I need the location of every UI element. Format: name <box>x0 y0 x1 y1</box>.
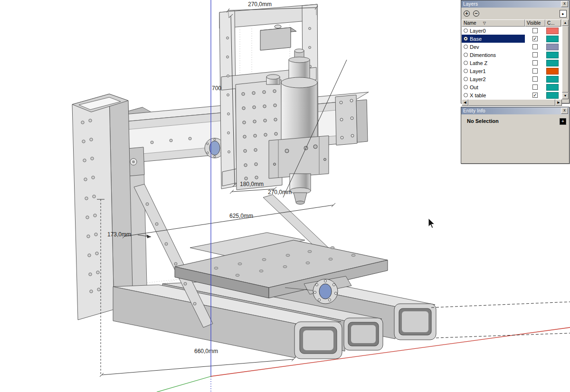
layer-color-swatch[interactable] <box>546 92 559 99</box>
layer-color-swatch[interactable] <box>546 84 559 91</box>
layer-name: Lathe Z <box>470 60 487 66</box>
dim-label-spindle-width: 180,0mm <box>240 181 264 187</box>
layers-list: Layer0 Base ✓ Dev Dimentions <box>462 27 562 99</box>
layer-radio[interactable] <box>464 45 468 49</box>
layer-radio[interactable] <box>464 77 468 81</box>
layer-color-swatch[interactable] <box>546 36 559 42</box>
entity-info-title: Entity Info <box>463 108 561 113</box>
layers-close-button[interactable]: x <box>561 1 568 7</box>
dim-label-tower-height: 700 <box>212 85 221 92</box>
layers-panel: Layers x + − ▸ Name ▽ Visible C... Layer… <box>461 0 570 103</box>
scroll-right-icon[interactable]: ▶ <box>555 99 562 106</box>
remove-layer-button[interactable]: − <box>473 10 479 17</box>
layer-radio[interactable] <box>464 69 468 73</box>
details-toggle-button[interactable]: + <box>560 118 566 125</box>
vertical-scroll-thumb[interactable] <box>562 26 569 93</box>
layers-titlebar[interactable]: Layers x <box>461 0 569 8</box>
visible-checkbox[interactable] <box>532 44 538 49</box>
layer-row-layer0[interactable]: Layer0 <box>462 27 562 35</box>
layer-row-layer2[interactable]: Layer2 <box>462 75 562 83</box>
layer-color-swatch[interactable] <box>546 76 559 83</box>
horizontal-scrollbar[interactable]: ◀ ▶ <box>462 99 562 106</box>
layer-name: Dev <box>470 44 479 50</box>
layer-name: X table <box>470 92 486 98</box>
layer-color-swatch[interactable] <box>546 60 559 66</box>
layer-row-dev[interactable]: Dev <box>462 43 562 51</box>
layer-name: Layer0 <box>470 28 486 34</box>
visible-checkbox[interactable] <box>532 52 538 57</box>
dim-label-table-travel: 625,0mm <box>229 213 253 219</box>
scroll-up-icon[interactable]: ▲ <box>562 19 569 26</box>
dimension-arrowhead <box>146 234 151 238</box>
layer-color-swatch[interactable] <box>546 68 559 75</box>
layer-radio[interactable] <box>464 37 468 41</box>
dim-label-z-travel: 270,0mm <box>268 189 292 196</box>
layers-header: Name ▽ Visible C... <box>462 19 562 27</box>
layer-name: Layer1 <box>470 68 486 74</box>
sort-indicator-icon: ▽ <box>483 21 486 25</box>
layer-color-swatch[interactable] <box>546 28 559 34</box>
column-header-color[interactable]: C... <box>545 19 561 27</box>
guide-line-2 <box>436 333 570 338</box>
layer-row-lathe-z[interactable]: Lathe Z <box>462 59 562 67</box>
dim-label-column-offset: 173,0mm <box>107 231 131 238</box>
column-header-visible[interactable]: Visible <box>525 19 545 27</box>
scroll-left-icon[interactable]: ◀ <box>462 99 468 106</box>
scroll-down-icon[interactable]: ▼ <box>562 93 569 99</box>
layers-panel-title: Layers <box>463 1 561 7</box>
visible-checkbox[interactable]: ✓ <box>532 93 538 98</box>
entity-info-panel: Entity Info x No Selection + <box>461 107 570 164</box>
layer-radio[interactable] <box>464 93 468 97</box>
visible-checkbox[interactable] <box>532 60 538 65</box>
layer-name: Out <box>470 84 478 90</box>
visible-checkbox[interactable] <box>532 84 538 90</box>
layer-color-swatch[interactable] <box>546 44 559 50</box>
layer-row-dimentions[interactable]: Dimentions <box>462 51 562 59</box>
dim-label-top-width: 270,0mm <box>248 1 272 8</box>
column-header-name[interactable]: Name ▽ <box>462 19 525 27</box>
layer-color-swatch[interactable] <box>546 52 559 58</box>
visible-checkbox[interactable]: ✓ <box>532 36 538 41</box>
layer-radio[interactable] <box>464 85 468 89</box>
sketchup-viewport: 270,0mm 700 180,0mm 270,0mm 625,0mm 173,… <box>0 0 570 392</box>
layer-row-base[interactable]: Base ✓ <box>462 35 562 43</box>
layer-row-layer1[interactable]: Layer1 <box>462 67 562 75</box>
layers-toolbar: + − ▸ <box>461 8 569 19</box>
mouse-cursor <box>428 218 435 228</box>
layer-name: Dimentions <box>470 52 496 58</box>
entity-info-titlebar[interactable]: Entity Info x <box>461 107 569 114</box>
guide-line-1 <box>431 302 570 308</box>
layers-menu-icon[interactable]: ▸ <box>560 10 567 18</box>
add-layer-button[interactable]: + <box>464 10 470 17</box>
green-axis <box>157 376 211 392</box>
visible-checkbox[interactable] <box>532 68 538 74</box>
vertical-scrollbar[interactable]: ▲ ▼ <box>562 19 569 99</box>
visible-checkbox[interactable] <box>532 76 538 82</box>
layer-row-out[interactable]: Out <box>462 83 562 91</box>
layer-name: Layer2 <box>470 76 486 82</box>
layer-radio[interactable] <box>464 28 468 33</box>
layer-name: Base <box>470 36 482 42</box>
layer-radio[interactable] <box>464 61 468 65</box>
layer-radio[interactable] <box>464 53 468 57</box>
visible-checkbox[interactable] <box>532 28 538 33</box>
dim-label-base-length: 660,0mm <box>194 348 218 355</box>
layer-row-x-table[interactable]: X table ✓ <box>462 91 562 99</box>
horizontal-scroll-thumb[interactable] <box>468 99 555 106</box>
selection-status: No Selection <box>467 118 499 124</box>
entity-info-close-button[interactable]: x <box>561 108 568 114</box>
